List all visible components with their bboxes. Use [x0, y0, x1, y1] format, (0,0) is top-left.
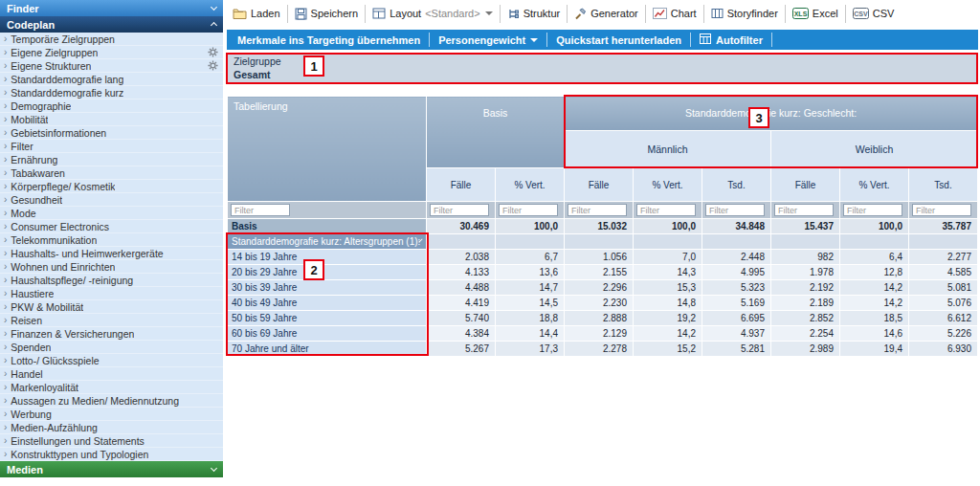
toolbar-button-struktur[interactable]: Struktur [503, 8, 565, 20]
sidebar-header-codeplan[interactable]: Codeplan [0, 16, 223, 33]
sidebar-item[interactable]: ›Spenden [0, 341, 223, 354]
sidebar-item[interactable]: ›Konstrukttypen und Typologien [0, 448, 223, 461]
actionbar-button-quickstart[interactable]: Quickstart herunterladen [547, 30, 690, 50]
item-chevron-icon: › [4, 262, 7, 272]
sidebar-item[interactable]: ›Mode [0, 207, 223, 220]
filter-input[interactable] [499, 204, 558, 216]
item-chevron-icon: › [4, 34, 7, 44]
toolbar-button-laden[interactable]: Laden [229, 8, 284, 19]
sidebar-header-medien[interactable]: Medien [0, 461, 223, 477]
empty-cell [702, 234, 771, 250]
filter-input[interactable] [636, 204, 696, 216]
item-chevron-icon: › [4, 409, 7, 419]
save-icon [295, 8, 307, 20]
annotation-box-2 [226, 232, 429, 356]
sidebar-item[interactable]: ›Haushaltspflege/ -reinigung [0, 274, 223, 287]
filter-input[interactable] [912, 204, 971, 216]
column-header: % Vert. [634, 168, 702, 202]
sidebar-item[interactable]: ›Aussagen zu Medien/ Mediennutzung [0, 394, 223, 408]
toolbar-button-chart[interactable]: Chart [649, 8, 701, 19]
sidebar-item[interactable]: ›Eigene Zielgruppen [0, 46, 223, 59]
item-chevron-icon: › [4, 142, 7, 151]
actionbar-button-merkmale-targeting[interactable]: Merkmale ins Targeting übernehmen [229, 30, 429, 50]
filter-input[interactable] [705, 204, 765, 216]
sidebar-item[interactable]: ›Filter [0, 140, 223, 153]
toolbar-divider [365, 5, 366, 23]
sidebar-item[interactable]: ›Standarddemografie kurz [0, 86, 223, 99]
data-cell: 4.488 [427, 280, 496, 296]
sidebar-item[interactable]: ›Haustiere [0, 287, 223, 300]
item-chevron-icon: › [4, 423, 7, 432]
toolbar-button-generator[interactable]: Generator [570, 8, 642, 20]
sidebar-item[interactable]: ›Temporäre Zielgruppen [0, 33, 223, 46]
sidebar-item[interactable]: ›Finanzen & Versicherungen [0, 327, 223, 341]
empty-cell [634, 234, 702, 250]
sidebar-item[interactable]: ›Wohnen und Einrichten [0, 260, 223, 274]
data-cell: 2.448 [702, 250, 771, 265]
sidebar-item[interactable]: ›Markenloyalität [0, 381, 223, 394]
filter-input[interactable] [568, 204, 627, 216]
toolbar-button-storyfinder[interactable]: Storyfinder [707, 8, 782, 19]
toolbar-button-speichern[interactable]: Speichern [291, 8, 363, 20]
basis-data-cell: 100,0 [634, 219, 702, 234]
basis-data-cell: 15.032 [565, 219, 634, 234]
sidebar-item[interactable]: ›Werbung [0, 408, 223, 421]
sidebar-item[interactable]: ›Haushalts- und Heimwerkergeräte [0, 247, 223, 260]
actionbar: Merkmale ins Targeting übernehmenPersone… [227, 30, 978, 50]
toolbar-button-excel[interactable]: XLSExcel [789, 8, 842, 19]
filter-cell [565, 202, 634, 219]
sidebar-item[interactable]: ›Handel [0, 367, 223, 381]
actionbar-button-personengewicht[interactable]: Personengewicht [430, 30, 546, 50]
sidebar-item[interactable]: ›Ernährung [0, 153, 223, 166]
toolbar-button-layout[interactable]: Layout<Standard> [368, 8, 497, 19]
gear-icon[interactable] [208, 60, 218, 71]
data-cell: 4.995 [702, 265, 771, 280]
data-cell: 4.419 [427, 296, 496, 311]
item-chevron-icon: › [4, 168, 7, 178]
sidebar-item-label: Gesundheit [11, 194, 62, 206]
sidebar-item[interactable]: ›PKW & Mobilität [0, 300, 223, 314]
sidebar-item[interactable]: ›Mobilität [0, 113, 223, 126]
sidebar-header-finder[interactable]: Finder [0, 0, 223, 16]
sidebar-item[interactable]: ›Telekommunikation [0, 233, 223, 247]
sidebar-item[interactable]: ›Standarddemografie lang [0, 73, 223, 86]
item-chevron-icon: › [4, 155, 7, 165]
sidebar-item-label: Körperpflege/ Kosmetik [11, 181, 115, 192]
actionbar-button-autofilter[interactable]: Autofilter [691, 30, 771, 50]
filter-input[interactable] [430, 204, 489, 216]
data-cell: 7,0 [634, 250, 702, 265]
filter-cell [634, 202, 702, 219]
toolbar-button-csv[interactable]: CSVCSV [849, 8, 899, 19]
sidebar-item[interactable]: ›Körperpflege/ Kosmetik [0, 180, 223, 193]
filter-input[interactable] [843, 204, 902, 216]
filter-cell [909, 202, 978, 219]
sidebar-item-label: Eigene Zielgruppen [11, 47, 98, 58]
data-cell: 2.989 [771, 342, 840, 357]
data-cell: 15,2 [634, 342, 702, 357]
empty-cell [909, 234, 978, 250]
sidebar-item[interactable]: ›Consumer Electronics [0, 220, 223, 233]
item-chevron-icon: › [4, 356, 7, 365]
filter-input[interactable] [774, 204, 834, 216]
sidebar-item[interactable]: ›Einstellungen und Statements [0, 434, 223, 448]
sidebar-item[interactable]: ›Reisen [0, 314, 223, 327]
data-cell: 2.038 [427, 250, 496, 265]
sidebar-item[interactable]: ›Medien-Aufzählung [0, 421, 223, 434]
filter-input[interactable] [231, 204, 290, 216]
sidebar-item-label: Einstellungen und Statements [11, 435, 145, 447]
sidebar-item[interactable]: ›Eigene Strukturen [0, 59, 223, 73]
sidebar-item-label: Temporäre Zielgruppen [11, 33, 115, 45]
sidebar-item[interactable]: ›Lotto-/ Glücksspiele [0, 354, 223, 367]
item-chevron-icon: › [4, 436, 7, 446]
sidebar-item[interactable]: ›Gesundheit [0, 193, 223, 207]
sidebar-item-label: Aussagen zu Medien/ Mediennutzung [11, 395, 179, 407]
actionbar-label: Merkmale ins Targeting übernehmen [237, 34, 420, 46]
column-header: Fälle [427, 168, 496, 202]
sidebar-item[interactable]: ›Demographie [0, 99, 223, 113]
sidebar-item[interactable]: ›Gebietsinformationen [0, 126, 223, 140]
data-cell: 14,8 [634, 296, 702, 311]
data-cell: 19,4 [840, 342, 909, 357]
sidebar-item[interactable]: ›Tabakwaren [0, 166, 223, 180]
sidebar-item-label: Mode [11, 208, 35, 219]
gear-icon[interactable] [208, 47, 218, 57]
